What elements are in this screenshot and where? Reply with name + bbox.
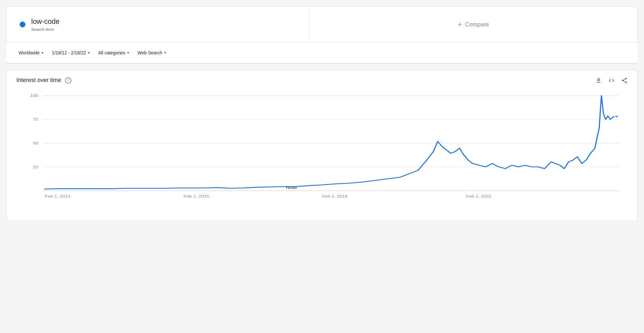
svg-text:100: 100 bbox=[30, 94, 38, 98]
svg-text:Feb 1, 2012: Feb 1, 2012 bbox=[45, 194, 71, 198]
chart-title: Interest over time bbox=[16, 77, 61, 84]
compare-block[interactable]: + Compare bbox=[309, 11, 637, 38]
svg-text:25: 25 bbox=[33, 165, 38, 169]
chart-svg: 100 75 50 25 Feb 1, 2012 Feb 1, 2015 Feb… bbox=[16, 89, 628, 211]
search-term-text: low-code Search term bbox=[31, 17, 60, 32]
card-title-row: Interest over time ? bbox=[16, 77, 71, 84]
card-header: Interest over time ? bbox=[7, 77, 637, 89]
share-button[interactable] bbox=[621, 77, 628, 84]
help-icon[interactable]: ? bbox=[65, 77, 71, 84]
chart-area: 100 75 50 25 Feb 1, 2012 Feb 1, 2015 Feb… bbox=[16, 89, 628, 211]
filter-categories-label: All categories bbox=[98, 50, 125, 55]
filter-region-label: Worldwide bbox=[19, 50, 40, 55]
chevron-down-icon: ▾ bbox=[164, 51, 166, 55]
filter-categories[interactable]: All categories ▾ bbox=[96, 48, 132, 57]
compare-plus-icon: + bbox=[458, 20, 462, 29]
chevron-down-icon: ▾ bbox=[127, 51, 129, 55]
search-term-block: low-code Search term bbox=[7, 7, 309, 42]
svg-text:Feb 1, 2015: Feb 1, 2015 bbox=[184, 194, 209, 198]
filter-search-type-label: Web Search bbox=[137, 50, 162, 55]
search-term-subtitle: Search term bbox=[31, 27, 60, 32]
svg-text:Feb 1, 2021: Feb 1, 2021 bbox=[466, 194, 492, 198]
card-actions bbox=[595, 77, 628, 84]
embed-button[interactable] bbox=[608, 77, 615, 84]
svg-text:Note: Note bbox=[286, 185, 297, 190]
chevron-down-icon: ▾ bbox=[42, 51, 43, 55]
search-term-title: low-code bbox=[31, 17, 60, 26]
compare-label: Compare bbox=[465, 21, 489, 28]
chevron-down-icon: ▾ bbox=[88, 51, 90, 55]
svg-text:Feb 1, 2018: Feb 1, 2018 bbox=[322, 194, 348, 198]
filter-search-type[interactable]: Web Search ▾ bbox=[135, 48, 169, 57]
interest-over-time-card: Interest over time ? bbox=[6, 70, 638, 221]
filter-date-label: 1/18/12 - 2/18/22 bbox=[52, 50, 86, 55]
filter-region[interactable]: Worldwide ▾ bbox=[16, 48, 46, 57]
svg-text:75: 75 bbox=[33, 117, 38, 122]
filters-bar: Worldwide ▾ 1/18/12 - 2/18/22 ▾ All cate… bbox=[6, 42, 638, 64]
search-term-card: low-code Search term + Compare bbox=[6, 6, 638, 42]
download-button[interactable] bbox=[595, 77, 602, 84]
search-term-dot bbox=[20, 22, 25, 27]
svg-text:50: 50 bbox=[33, 141, 38, 145]
filter-date-range[interactable]: 1/18/12 - 2/18/22 ▾ bbox=[49, 48, 92, 57]
